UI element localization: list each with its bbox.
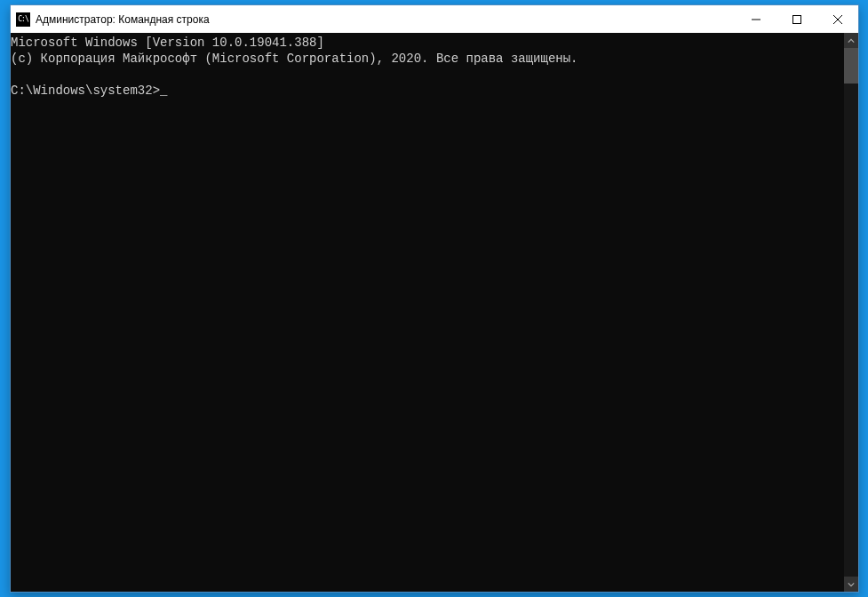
window-controls (736, 5, 858, 33)
chevron-up-icon (848, 37, 855, 44)
cmd-icon: C:\ (16, 12, 30, 27)
scrollbar-thumb[interactable] (844, 48, 858, 84)
maximize-icon (792, 15, 801, 24)
scroll-down-button[interactable] (844, 577, 858, 592)
minimize-icon (752, 15, 760, 24)
svg-rect-1 (793, 15, 801, 23)
maximize-button[interactable] (776, 5, 817, 33)
command-prompt-window: C:\ Администратор: Командная строка Micr… (10, 4, 859, 593)
close-button[interactable] (817, 5, 858, 33)
console-container: Microsoft Windows [Version 10.0.19041.38… (11, 33, 858, 592)
console-line: Microsoft Windows [Version 10.0.19041.38… (11, 36, 324, 50)
chevron-down-icon (848, 581, 855, 588)
console-output[interactable]: Microsoft Windows [Version 10.0.19041.38… (11, 33, 844, 592)
console-prompt: C:\Windows\system32> (11, 84, 167, 98)
scroll-up-button[interactable] (844, 33, 858, 48)
console-line: (c) Корпорация Майкрософт (Microsoft Cor… (11, 52, 578, 66)
close-icon (833, 15, 842, 24)
titlebar[interactable]: C:\ Администратор: Командная строка (11, 5, 858, 33)
vertical-scrollbar[interactable] (844, 33, 858, 592)
minimize-button[interactable] (736, 5, 776, 33)
window-title: Администратор: Командная строка (36, 13, 736, 26)
scrollbar-track[interactable] (844, 48, 858, 577)
